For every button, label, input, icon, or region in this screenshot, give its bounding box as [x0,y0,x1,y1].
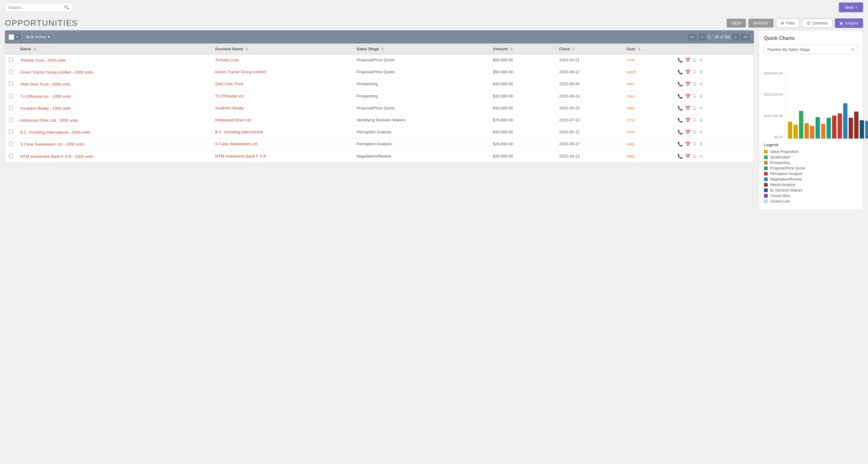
phone-icon[interactable]: 📞 [678,58,683,63]
calendar-icon[interactable]: 📅 [685,58,690,63]
new-button[interactable]: New ▾ [839,2,863,12]
nav-first-button[interactable]: << [688,34,697,40]
row-checkbox[interactable] [9,81,13,86]
phone-icon[interactable]: 📞 [678,130,683,135]
calendar-icon[interactable]: 📅 [685,154,690,159]
list-icon[interactable]: ☰ [693,154,697,159]
import-button[interactable]: IMPORT [748,19,774,28]
row-checkbox[interactable] [9,94,13,98]
columns-button[interactable]: ☰ Columns [802,19,832,28]
search-input[interactable] [8,5,63,10]
opportunity-name[interactable]: Tortoise Corp - 1000 units [20,58,66,63]
opportunity-name[interactable]: S Cane Sweeteners Ltd - 1000 units [20,142,84,146]
email-icon[interactable]: ✉ [699,58,703,63]
calendar-icon[interactable]: 📅 [685,106,690,111]
email-icon[interactable]: ✉ [699,118,703,123]
calendar-icon[interactable]: 📅 [685,94,690,99]
new-action-button[interactable]: NEW [726,19,746,28]
nav-prev-button[interactable]: < [699,34,706,40]
phone-icon[interactable]: 📞 [678,141,683,146]
user[interactable]: sally [627,154,634,159]
account-name[interactable]: TJ O'Rourke Inc [215,94,244,98]
opportunity-name[interactable]: Southern Realty - 1000 units [20,106,71,111]
email-icon[interactable]: ✉ [699,141,703,146]
sales-stage: Proposal/Price Quote [357,58,395,62]
account-name[interactable]: Green Tractor Group Limited [215,70,266,74]
search-box[interactable]: 🔍 [5,3,72,12]
user[interactable]: chris [627,130,635,134]
header-close[interactable]: Close ⇅ [555,43,623,55]
phone-icon[interactable]: 📞 [678,118,683,123]
user[interactable]: chris [627,118,635,122]
calendar-icon[interactable]: 📅 [685,141,690,146]
calendar-icon[interactable]: 📅 [685,81,690,87]
user[interactable]: max [627,81,634,86]
email-icon[interactable]: ✉ [699,94,703,99]
calendar-icon[interactable]: 📅 [685,70,690,74]
row-checkbox[interactable] [9,130,13,134]
user[interactable]: sarah [627,70,637,74]
legend-label: Closed Lost [770,199,789,203]
email-icon[interactable]: ✉ [699,154,703,159]
email-icon[interactable]: ✉ [699,81,703,87]
opportunity-name[interactable]: Hollywood Diner Ltd - 1000 units [20,118,78,123]
account-name[interactable]: Start Over Trust [215,81,243,86]
account-name[interactable]: Tortoise Corp [215,58,239,62]
row-checkbox[interactable] [9,154,13,158]
filter-button[interactable]: ⚙ Filter [776,19,800,28]
account-name[interactable]: Southern Realty [215,106,244,110]
row-checkbox[interactable] [9,70,13,73]
email-icon[interactable]: ✉ [699,130,703,135]
phone-icon[interactable]: 📞 [678,106,683,111]
list-icon[interactable]: ☰ [693,118,697,123]
account-name[interactable]: B.C. Investing International [215,130,263,134]
opportunity-name[interactable]: TJ O'Rourke Inc - 1000 units [20,94,71,99]
list-icon[interactable]: ☰ [693,58,697,63]
email-icon[interactable]: ✉ [699,106,703,111]
phone-icon[interactable]: 📞 [678,81,683,87]
user[interactable]: chris [627,58,635,62]
header-amount[interactable]: Amount ⇅ [489,43,555,55]
phone-icon[interactable]: 📞 [678,70,683,74]
list-icon[interactable]: ☰ [693,141,697,146]
list-icon[interactable]: ☰ [693,106,697,111]
checkbox[interactable] [8,34,14,40]
opportunity-name[interactable]: MTM Investment Bank F S B - 1000 units [20,154,93,159]
bulk-action-button[interactable]: Bulk Action ▾ [22,33,54,41]
nav-next-button[interactable]: > [732,34,739,40]
email-icon[interactable]: ✉ [699,70,703,74]
header-account[interactable]: Account Name ⇅ [211,43,353,55]
select-all-checkbox[interactable]: ▾ [8,34,20,40]
insights-button[interactable]: ◉ Insights [835,19,863,28]
user[interactable]: sally [627,106,634,110]
account-name[interactable]: S Cane Sweeteners Ltd [215,141,257,146]
header-user[interactable]: User ⇅ [623,43,674,55]
row-checkbox[interactable] [9,106,13,110]
row-checkbox[interactable] [9,58,13,62]
chart-type-select[interactable]: Pipeline By Sales Stage [764,45,858,54]
list-icon[interactable]: ☰ [693,130,697,135]
checkbox-dropdown-arrow[interactable]: ▾ [15,34,20,40]
nav-last-button[interactable]: >> [741,34,750,40]
header-stage[interactable]: Sales Stage ⇅ [353,43,489,55]
row-checkbox[interactable] [9,118,13,122]
columns-icon: ☰ [807,21,810,26]
user[interactable]: sally [627,141,634,146]
account-name[interactable]: MTM Investment Bank F S B [215,154,266,159]
calendar-icon[interactable]: 📅 [685,130,690,135]
phone-icon[interactable]: 📞 [678,94,683,99]
list-icon[interactable]: ☰ [693,81,697,87]
opportunity-name[interactable]: B.C. Investing International - 1000 unit… [20,130,90,135]
row-checkbox[interactable] [9,141,13,145]
account-name[interactable]: Hollywood Diner Ltd [215,118,251,122]
list-icon[interactable]: ☰ [693,70,697,74]
opportunity-name[interactable]: Green Tractor Group Limited - 1000 units [20,70,93,74]
amount: $50,000.00 [493,58,513,62]
calendar-icon[interactable]: 📅 [685,118,690,123]
list-icon[interactable]: ☰ [693,94,697,99]
user[interactable]: max [627,94,634,98]
phone-icon[interactable]: 📞 [678,154,683,159]
table-row: Hollywood Diner Ltd - 1000 units Hollywo… [5,114,753,126]
header-name[interactable]: Name ⇅ [17,43,211,55]
opportunity-name[interactable]: Start Over Trust - 1000 units [20,82,70,87]
